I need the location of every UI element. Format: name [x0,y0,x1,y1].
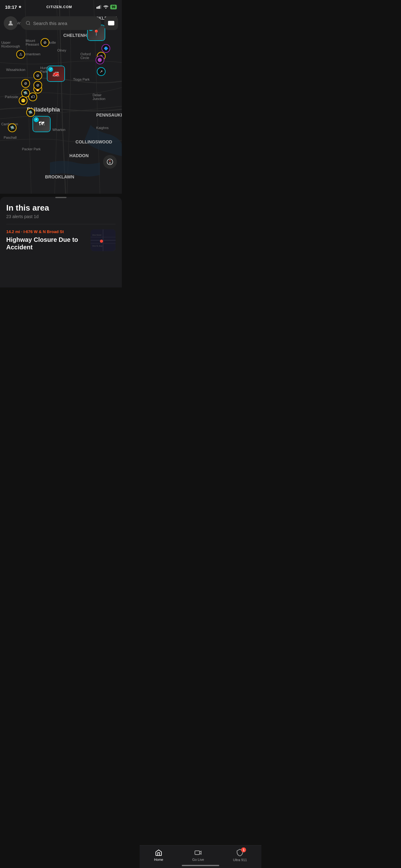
alert-title: Highway Closure Due to Accident [6,236,86,251]
bottom-sheet: In this area 23 alerts past 1d 14.2 mi ·… [0,197,122,287]
incident-pin-15[interactable]: 🛸 [8,123,16,132]
alert-info: 14.2 mi · I-676 W & N Broad St Highway C… [6,229,86,251]
svg-point-6 [26,21,30,25]
status-time: 10:17 [5,4,22,10]
incident-pin-14[interactable]: 🛸 [26,108,35,117]
camera-button[interactable] [104,16,118,30]
compass-button[interactable] [103,155,117,169]
svg-point-5 [9,21,11,23]
top-bar: Search this area [0,14,122,32]
status-bar: 10:17 CITIZEN.COM 99 [0,0,122,14]
incident-pin-2[interactable]: ⚠ [16,50,25,59]
sheet-handle[interactable] [55,197,67,198]
svg-point-20 [100,240,103,243]
sheet-subtitle: 23 alerts past 1d [0,214,122,224]
svg-line-7 [29,24,30,25]
svg-text:Vine St. Exp: Vine St. Exp [92,245,103,247]
status-carrier: CITIZEN.COM [46,5,72,9]
thumb-pin-1[interactable]: ↗ 🚒 [47,66,65,82]
search-bar[interactable]: Search this area [21,16,101,30]
incident-pin-1[interactable]: ⊘ [41,38,49,47]
incident-pin-3[interactable]: ⊘ [21,79,30,88]
battery-level: 99 [110,5,117,9]
incident-pin-13[interactable]: 🟣 [96,56,104,64]
svg-text:Vine Street: Vine Street [92,234,101,236]
svg-rect-2 [99,6,100,9]
sheet-title: In this area [0,203,122,214]
alert-meta: 14.2 mi · I-676 W & N Broad St [6,229,86,234]
thumb-pin-3[interactable]: ↗ 🗺 [32,116,51,132]
svg-rect-9 [110,22,111,24]
incident-pin-6[interactable]: 😶 [19,96,28,105]
svg-rect-0 [97,7,97,9]
status-right: 99 [97,5,117,9]
alert-thumbnail: Vine Street Vine St. Exp North Br [91,229,115,251]
incident-pin-7[interactable]: 🏷 [28,92,37,101]
svg-point-10 [113,22,113,23]
incident-pin-10[interactable]: ↗ [97,67,106,76]
incident-pin-8[interactable]: ⊘ [33,71,42,80]
profile-button[interactable] [4,16,18,30]
alert-card[interactable]: 14.2 mi · I-676 W & N Broad St Highway C… [0,224,122,256]
svg-rect-3 [100,5,101,9]
search-placeholder: Search this area [33,21,67,26]
svg-point-4 [105,7,106,8]
incident-pin-9[interactable]: ⊘ [33,81,42,90]
incident-pin-12[interactable]: 🔷 [101,44,110,53]
svg-rect-1 [98,6,99,9]
